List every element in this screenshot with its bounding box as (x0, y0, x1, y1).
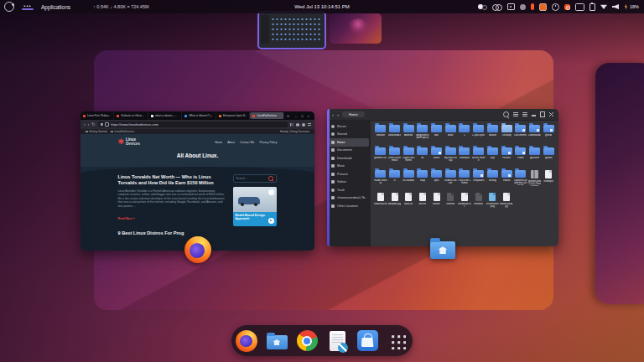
path-bar[interactable]: Home (342, 111, 365, 117)
file-item[interactable]: C-plus-plus (472, 123, 486, 146)
sidebar-item[interactable]: Music (329, 163, 369, 171)
browser-tab[interactable]: Kubuntu vs Ubun… (114, 111, 148, 120)
dark-mode-toggle-icon[interactable] (478, 4, 487, 9)
site-nav-link[interactable]: About (227, 141, 235, 144)
tracking-shield-icon[interactable] (101, 123, 104, 127)
file-item[interactable]: testing (486, 168, 500, 191)
file-item[interactable]: python (542, 146, 555, 168)
file-item[interactable]: viewchat.txt (374, 191, 387, 214)
new-tab-button[interactable]: + (284, 113, 292, 118)
site-search-input[interactable]: Search ... (233, 174, 277, 183)
sidebar-toggle-icon[interactable] (290, 123, 293, 127)
site-nav-link[interactable]: Contact Me (240, 141, 254, 144)
sidebar-item[interactable]: Documents (329, 147, 369, 155)
sidebar-item[interactable]: Pictures (329, 170, 369, 178)
url-bar[interactable]: https://www.linuxfordevices.com (98, 122, 288, 127)
file-item[interactable]: spec (430, 168, 444, 191)
back-button[interactable]: ‹ (332, 112, 334, 117)
workspace-thumbnail-active[interactable] (257, 11, 326, 49)
browser-tab[interactable]: what is ubuntu -… (148, 111, 182, 120)
clipboard-indicator-icon[interactable] (589, 3, 595, 11)
file-item[interactable]: Music (430, 146, 444, 168)
display-indicator-icon[interactable] (575, 3, 584, 11)
files-dock-icon[interactable] (264, 326, 289, 355)
next-article-title[interactable]: 9 Best Linux Distros For Prog (118, 230, 226, 235)
sidebar-item[interactable]: Videos (329, 178, 369, 187)
file-item[interactable]: screenshot.png (486, 191, 500, 214)
play-button-icon[interactable] (268, 218, 274, 224)
file-item[interactable]: Downloads (528, 123, 542, 146)
file-item[interactable]: word-cloud.py (500, 191, 513, 214)
file-item[interactable]: aws (430, 123, 444, 146)
forward-button[interactable]: › (88, 122, 90, 127)
app-indicator-orange-icon[interactable] (539, 3, 547, 11)
article-title[interactable]: Linus Torvalds Net Worth — Who is Linus … (118, 174, 226, 186)
volume-icon[interactable] (612, 4, 619, 9)
sidebar-item[interactable]: Trash (329, 186, 369, 194)
show-apps-dock-icon[interactable] (385, 326, 410, 355)
applications-menu[interactable]: Applications (41, 4, 70, 10)
app-indicator-gray-icon[interactable] (520, 4, 526, 10)
file-item[interactable]: Templates (472, 168, 486, 191)
sidebar-item[interactable]: Other Locations (329, 202, 369, 210)
app-indicator-orange-bar-icon[interactable] (531, 3, 534, 10)
reload-button[interactable]: ↻ (91, 122, 95, 127)
browser-tab[interactable]: Linux First 'Rubax…' (80, 111, 114, 120)
text-editor-dock-icon[interactable] (325, 326, 350, 355)
file-item[interactable]: gnome-kwd-1.4.5-Translation (528, 168, 542, 191)
file-item[interactable]: untitled (444, 191, 457, 214)
close-icon[interactable] (549, 112, 553, 116)
file-item[interactable]: ml (416, 146, 429, 168)
browser-tab[interactable]: Enterprise Open S… (216, 111, 250, 120)
sidebar-item[interactable]: Downloads (329, 154, 369, 163)
file-item[interactable]: bashrc (430, 191, 444, 214)
distro-menu-icon[interactable] (4, 2, 14, 12)
search-icon[interactable] (268, 176, 273, 181)
file-item[interactable]: bash (444, 123, 457, 146)
files-window-preview[interactable]: ‹ › Home (327, 109, 558, 246)
menu-icon[interactable] (522, 112, 527, 116)
file-item[interactable]: my-linux-setup (444, 146, 457, 168)
ubuntu-software-dock-icon[interactable] (355, 326, 380, 355)
back-button[interactable]: ‹ (84, 122, 86, 127)
file-item[interactable]: sudoku-solver (444, 168, 457, 191)
file-item[interactable]: Desktop (500, 123, 513, 146)
bookmark-folder-label[interactable]: Howdy, Chirag Devnaani (280, 130, 309, 133)
file-item[interactable]: snap (416, 168, 429, 191)
file-item[interactable]: Videos (500, 168, 513, 191)
screenshot-tool-icon[interactable] (507, 3, 515, 10)
file-item[interactable]: Maxi.txt (402, 191, 415, 214)
maximize-icon[interactable] (540, 111, 545, 116)
file-item[interactable]: Orla-Icon-Theme (458, 168, 471, 191)
file-item[interactable]: amazon (374, 123, 387, 146)
browser-tab[interactable]: What is Ubuntu? |… (182, 111, 216, 120)
timer-indicator-icon[interactable] (552, 3, 559, 11)
wifi-icon[interactable] (600, 4, 607, 9)
file-item[interactable]: php (486, 146, 500, 168)
chrome-dock-icon[interactable] (294, 326, 319, 355)
forward-button[interactable]: › (337, 112, 339, 117)
extensions-icon[interactable] (296, 123, 299, 127)
file-item[interactable]: notebook (458, 146, 471, 168)
file-item[interactable]: datard (486, 123, 500, 146)
sidebar-item[interactable]: Home (329, 138, 369, 147)
file-item[interactable]: windows.py (388, 191, 402, 214)
file-item[interactable]: gnomeOS2 (374, 146, 387, 168)
file-item[interactable]: Android (402, 123, 415, 146)
window-controls[interactable]: – □ × (292, 114, 314, 118)
file-item[interactable]: pycharm (528, 146, 542, 168)
file-item[interactable]: AndroidStudioProjects (416, 123, 429, 146)
site-nav-link[interactable]: Home (215, 141, 222, 144)
read-more-link[interactable]: Read More » (118, 217, 135, 220)
clock[interactable]: Wed Jul 13 10:14:51 PM (294, 4, 350, 9)
file-item[interactable]: vlc-toolbar (402, 168, 415, 191)
file-item[interactable]: untitled1 (472, 191, 486, 214)
account-icon[interactable] (302, 123, 305, 127)
file-item[interactable]: orchis-theme (472, 146, 486, 168)
screen-record-icon[interactable] (492, 4, 502, 10)
minimize-icon[interactable] (532, 115, 536, 116)
file-item[interactable]: Diabetes-prediction-using-ml (514, 168, 527, 191)
network-monitor[interactable]: ↑ 0.54K ↓ 4.80K = 724.45M (93, 4, 149, 9)
file-item[interactable]: Documents (514, 123, 527, 146)
file-item[interactable]: C (458, 123, 471, 146)
